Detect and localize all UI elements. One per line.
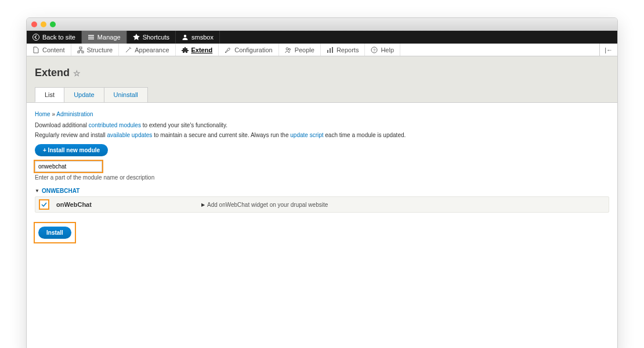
install-button[interactable]: Install — [38, 227, 71, 239]
module-row: onWebChat ▶ Add onWebChat widget on your… — [35, 196, 609, 213]
menu-help[interactable]: ? Help — [365, 44, 400, 56]
menu-reports[interactable]: Reports — [321, 44, 366, 56]
menu-help-label: Help — [381, 46, 394, 53]
star-icon — [133, 34, 140, 41]
page-title: Extend — [35, 67, 70, 79]
svg-rect-9 — [332, 47, 333, 53]
document-icon — [32, 46, 39, 53]
user-menu[interactable]: smsbox — [176, 31, 220, 44]
breadcrumb-sep: » — [50, 111, 57, 117]
svg-rect-4 — [82, 51, 84, 53]
shortcuts-link[interactable]: Shortcuts — [127, 31, 176, 44]
menu-content-label: Content — [42, 46, 65, 53]
user-label: smsbox — [191, 34, 214, 41]
window-titlebar — [27, 18, 617, 31]
admin-menu-bar: Content Structure Appearance Extend Conf… — [27, 44, 617, 56]
svg-point-6 — [288, 48, 290, 50]
menu-configuration-label: Configuration — [234, 46, 272, 53]
manage-label: Manage — [97, 34, 121, 41]
menu-people[interactable]: People — [279, 44, 321, 56]
svg-point-0 — [33, 34, 39, 41]
module-enable-checkbox[interactable] — [40, 200, 48, 209]
menu-reports-label: Reports — [337, 46, 359, 53]
menu-extend[interactable]: Extend — [176, 44, 219, 56]
search-help-text: Enter a part of the module name or descr… — [35, 174, 609, 181]
toolbar-orientation-label: |← — [605, 46, 613, 53]
contributed-modules-link[interactable]: contributed modules — [89, 122, 141, 128]
toolbar-orientation-toggle[interactable]: |← — [599, 44, 617, 56]
description-line-2: Regularly review and install available u… — [35, 132, 609, 138]
help-icon: ? — [371, 46, 378, 53]
back-to-site-link[interactable]: Back to site — [27, 31, 82, 44]
browser-window: Back to site Manage Shortcuts smsbox Con… — [26, 17, 618, 348]
update-script-link[interactable]: update script — [290, 132, 323, 138]
close-window-button[interactable] — [31, 21, 37, 27]
triangle-down-icon: ▼ — [35, 188, 39, 193]
tab-uninstall[interactable]: Uninstall — [104, 87, 148, 102]
breadcrumb: Home » Administration — [35, 111, 609, 117]
svg-rect-8 — [330, 48, 331, 53]
menu-configuration[interactable]: Configuration — [219, 44, 278, 56]
back-to-site-label: Back to site — [42, 34, 75, 41]
back-arrow-icon — [32, 34, 39, 41]
wrench-icon — [225, 46, 231, 53]
shortcuts-label: Shortcuts — [143, 34, 169, 41]
manage-toggle[interactable]: Manage — [82, 31, 127, 44]
bar-chart-icon — [327, 46, 334, 53]
menu-content[interactable]: Content — [27, 44, 71, 56]
svg-point-1 — [184, 35, 186, 37]
maximize-window-button[interactable] — [50, 21, 56, 27]
triangle-right-icon: ▶ — [201, 202, 205, 207]
svg-text:?: ? — [373, 48, 376, 53]
module-group-toggle[interactable]: ▼ ONWEBCHAT — [35, 188, 609, 194]
tab-uninstall-label: Uninstall — [114, 91, 138, 98]
description-line-1: Download additional contributed modules … — [35, 122, 609, 128]
module-description: Add onWebChat widget on your drupal webs… — [207, 202, 328, 208]
module-description-toggle[interactable]: ▶ Add onWebChat widget on your drupal we… — [201, 202, 328, 208]
primary-tabs: List Update Uninstall — [35, 87, 609, 103]
menu-extend-label: Extend — [191, 46, 213, 53]
tab-update-label: Update — [74, 91, 94, 98]
menu-appearance-label: Appearance — [135, 46, 169, 53]
svg-rect-2 — [79, 47, 82, 49]
tab-list[interactable]: List — [35, 87, 64, 102]
menu-people-label: People — [295, 46, 314, 53]
page-header: Extend ☆ List Update Uninstall — [27, 56, 617, 103]
minimize-window-button[interactable] — [41, 21, 46, 27]
hamburger-icon — [88, 34, 95, 41]
breadcrumb-home[interactable]: Home — [35, 111, 50, 117]
tab-update[interactable]: Update — [64, 87, 104, 102]
module-group-label: ONWEBCHAT — [42, 188, 79, 194]
menu-structure[interactable]: Structure — [71, 44, 120, 56]
puzzle-icon — [182, 46, 189, 53]
hierarchy-icon — [77, 46, 84, 53]
svg-rect-7 — [327, 50, 328, 53]
favorite-star-icon[interactable]: ☆ — [73, 69, 81, 78]
checkmark-icon — [41, 201, 48, 208]
svg-point-5 — [286, 48, 288, 50]
tab-list-label: List — [45, 91, 55, 98]
module-filter-input[interactable] — [35, 161, 102, 172]
wand-icon — [125, 46, 132, 53]
people-icon — [285, 46, 292, 53]
menu-structure-label: Structure — [87, 46, 113, 53]
module-name: onWebChat — [56, 201, 201, 208]
menu-appearance[interactable]: Appearance — [119, 44, 175, 56]
user-icon — [182, 34, 189, 41]
svg-rect-3 — [78, 51, 79, 53]
content-region: Home » Administration Download additiona… — [27, 103, 617, 348]
breadcrumb-administration[interactable]: Administration — [56, 111, 93, 117]
install-new-module-button[interactable]: + Install new module — [35, 144, 108, 156]
admin-toolbar: Back to site Manage Shortcuts smsbox — [27, 31, 617, 44]
available-updates-link[interactable]: available updates — [107, 132, 153, 138]
install-button-highlight: Install — [35, 223, 75, 242]
